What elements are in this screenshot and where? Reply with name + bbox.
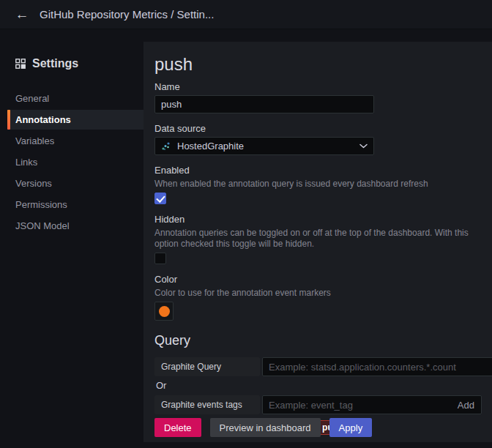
apply-button[interactable]: Apply: [329, 418, 373, 437]
color-description: Color to use for the annotation event ma…: [154, 288, 477, 299]
color-picker-button[interactable]: [154, 302, 174, 321]
datasource-value: HostedGraphite: [177, 141, 354, 152]
color-label: Color: [154, 274, 481, 285]
page-header: ← GitHub Repository Metrics / Settin...: [0, 0, 492, 29]
sidebar-item-general[interactable]: General: [7, 88, 144, 109]
enabled-description: When enabled the annotation query is iss…: [154, 179, 477, 190]
annotation-color-dot: [159, 306, 170, 317]
datasource-field-group: Data source HostedGraphite: [154, 123, 481, 155]
sidebar-item-permissions[interactable]: Permissions: [7, 194, 144, 215]
color-field-group: Color Color to use for the annotation ev…: [154, 274, 481, 321]
graphite-datasource-icon: [161, 141, 171, 152]
graphite-query-input-wrap: [262, 357, 492, 376]
hidden-label: Hidden: [154, 214, 481, 225]
events-tags-input-wrap: Add: [262, 395, 482, 414]
settings-sidebar: Settings General Annotations Variables L…: [0, 29, 144, 448]
datasource-label: Data source: [154, 123, 481, 135]
hidden-checkbox[interactable]: [154, 253, 166, 264]
events-tags-input[interactable]: [263, 396, 451, 414]
enabled-field-group: Enabled When enabled the annotation quer…: [154, 165, 481, 204]
delete-button[interactable]: Delete: [154, 418, 201, 437]
back-arrow-icon[interactable]: ←: [12, 4, 32, 25]
events-tags-label: Graphite events tags: [154, 395, 260, 414]
hidden-description: Annotation queries can be toggled on or …: [154, 228, 477, 250]
or-label: Or: [156, 380, 481, 392]
name-field-group: Name: [154, 81, 481, 113]
action-buttons: Delete Preview in dashboard Apply: [154, 418, 372, 437]
graphite-query-input[interactable]: [263, 358, 492, 376]
query-section-heading: Query: [154, 333, 481, 348]
preview-in-dashboard-button[interactable]: Preview in dashboard: [210, 418, 321, 437]
datasource-select[interactable]: HostedGraphite: [154, 137, 374, 155]
events-tags-row: Graphite events tags Add: [154, 395, 482, 414]
graphite-query-row: Graphite Query: [154, 357, 492, 376]
sidebar-title: Settings: [32, 57, 78, 70]
sidebar-item-variables[interactable]: Variables: [7, 130, 144, 152]
hidden-field-group: Hidden Annotation queries can be toggled…: [154, 214, 481, 264]
settings-nav: General Annotations Variables Links Vers…: [0, 88, 144, 236]
annotation-title: push: [154, 54, 481, 74]
sidebar-item-annotations[interactable]: Annotations: [7, 110, 144, 130]
breadcrumb-title: GitHub Repository Metrics / Settin...: [40, 8, 214, 20]
annotation-editor-panel: push Name Data source HostedGraphite: [144, 42, 492, 442]
enabled-checkbox[interactable]: [154, 193, 166, 204]
add-tag-button[interactable]: Add: [451, 396, 481, 414]
enabled-label: Enabled: [154, 165, 481, 176]
name-input[interactable]: [154, 95, 374, 113]
name-label: Name: [154, 81, 481, 93]
apps-grid-icon: [15, 59, 26, 69]
graphite-query-label: Graphite Query: [154, 357, 260, 376]
sidebar-item-json-model[interactable]: JSON Model: [7, 215, 144, 236]
sidebar-item-versions[interactable]: Versions: [7, 173, 144, 194]
sidebar-item-links[interactable]: Links: [7, 152, 144, 173]
chevron-down-icon: [359, 143, 368, 149]
sidebar-header: Settings: [0, 29, 144, 70]
